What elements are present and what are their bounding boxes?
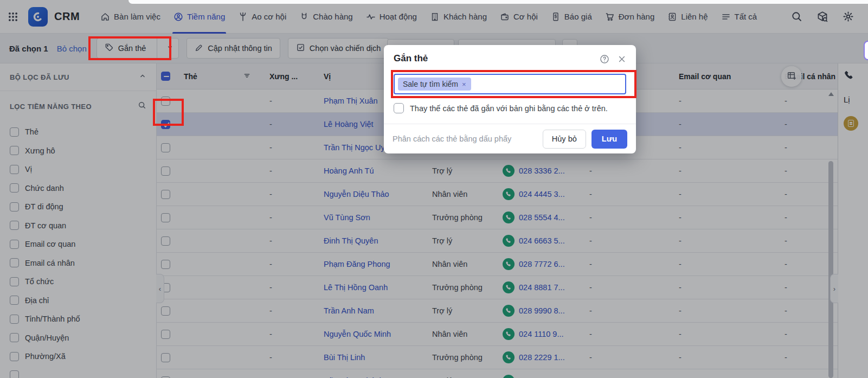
modal-title: Gắn thẻ: [394, 53, 428, 64]
help-icon[interactable]: [600, 54, 609, 66]
chip-remove-icon[interactable]: ×: [462, 80, 466, 88]
replace-tags-option[interactable]: Thay thế các thẻ đã gắn với bản ghi bằng…: [394, 103, 626, 113]
tags-hint-text: Phân cách các thẻ bằng dấu phẩy: [393, 134, 543, 143]
replace-tags-checkbox[interactable]: [394, 103, 404, 113]
clipped-corner-element: [864, 41, 868, 60]
crm-app: CRM Bàn làm việc Tiềm năng Ao cơ hội Chà…: [0, 0, 868, 378]
top-white-strip: [128, 0, 868, 4]
tag-modal: Gắn thẻ Sale tự tìm kiếm × Thay thế các …: [384, 45, 636, 153]
cancel-button[interactable]: Hủy bỏ: [543, 130, 586, 149]
tag-chip[interactable]: Sale tự tìm kiếm ×: [398, 78, 471, 91]
close-icon[interactable]: [618, 55, 626, 66]
save-button[interactable]: Lưu: [591, 130, 627, 149]
tag-input[interactable]: Sale tự tìm kiếm ×: [394, 74, 626, 94]
